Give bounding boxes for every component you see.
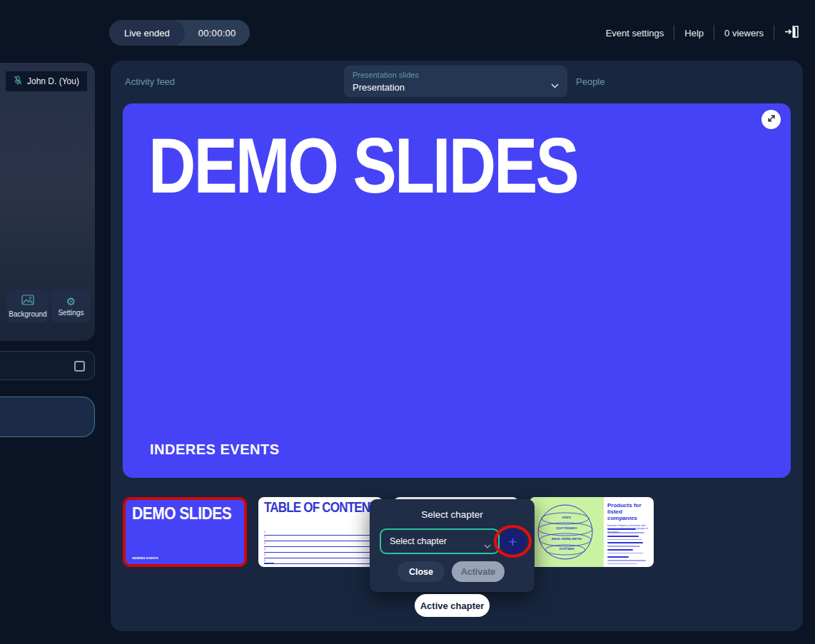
toc-footer-mark xyxy=(264,563,274,564)
activate-button-disabled[interactable]: Activate xyxy=(452,561,505,582)
background-button[interactable]: Background xyxy=(7,290,49,322)
participant-name-tag: John D. (You) xyxy=(6,71,87,91)
self-video-tile: John D. (You) Background ⚙ Settings xyxy=(0,63,95,341)
thumbnail-table-of-contents[interactable]: TABLE OF CONTENTS 1 2 3 4Equity 5Inves 6 xyxy=(258,497,383,567)
sidebar-highlighted-card[interactable] xyxy=(0,397,95,437)
sphere-diagram: EVENTS EQUITY RESEARCH ANNUAL GENERAL ME… xyxy=(530,497,604,567)
settings-button-label: Settings xyxy=(58,309,83,317)
toc-row: 5Inves xyxy=(264,553,377,558)
leave-event-button[interactable] xyxy=(784,25,799,41)
chapter-select-dropdown[interactable]: Select chapter xyxy=(380,528,500,554)
products-text-lines xyxy=(607,528,646,566)
tab-people[interactable]: People xyxy=(576,76,604,87)
source-dropdown-label: Presentation slides xyxy=(353,71,419,79)
divider xyxy=(674,25,674,41)
add-chapter-button[interactable]: + xyxy=(500,528,526,555)
image-icon xyxy=(21,295,34,308)
toc-row: 2 xyxy=(264,536,377,541)
settings-button[interactable]: ⚙ Settings xyxy=(51,290,91,322)
thumbnail-title: DEMO SLIDES xyxy=(132,504,231,523)
chevron-down-icon xyxy=(551,78,559,91)
toc-row: 4Equity xyxy=(264,547,377,553)
slide-title: DEMO SLIDES xyxy=(148,122,577,210)
sphere-label: IR SOFTWARE xyxy=(548,548,585,551)
background-button-label: Background xyxy=(9,310,46,318)
topbar-controls: Event settings Help 0 viewers xyxy=(606,20,799,46)
stage-panel: Activity feed Presentation slides Presen… xyxy=(111,61,803,631)
live-status-pill: Live ended 00:00:00 xyxy=(109,20,250,46)
chevron-down-icon xyxy=(484,539,491,552)
gear-icon: ⚙ xyxy=(66,296,76,307)
divider xyxy=(714,25,714,41)
divider xyxy=(774,25,774,41)
products-text-column: Products for listed companies Investor r… xyxy=(604,497,654,567)
active-chapter-button[interactable]: Active chapter xyxy=(415,594,490,617)
close-button[interactable]: Close xyxy=(398,561,445,582)
tab-activity-feed[interactable]: Activity feed xyxy=(125,76,175,87)
sphere-label: EQUITY RESEARCH xyxy=(548,528,585,530)
toc-row-list: 1 2 3 4Equity 5Inves 6 xyxy=(264,530,377,564)
select-chapter-popup: Select chapter Select chapter + Close Ac… xyxy=(370,499,535,592)
popup-title: Select chapter xyxy=(370,509,535,520)
presentation-source-dropdown[interactable]: Presentation slides Presentation xyxy=(344,66,567,97)
option-checkbox[interactable] xyxy=(74,361,85,372)
help-button[interactable]: Help xyxy=(684,28,704,39)
slide-footer-brand: INDERES EVENTS xyxy=(150,441,279,458)
thumbnail-title: TABLE OF CONTENTS xyxy=(264,500,383,516)
toc-row: 3 xyxy=(264,541,377,547)
sphere-label: EVENTS xyxy=(548,517,585,519)
participant-name: John D. (You) xyxy=(27,76,79,86)
live-timer: 00:00:00 xyxy=(185,28,250,39)
products-title: Products for listed companies xyxy=(607,502,649,522)
event-settings-button[interactable]: Event settings xyxy=(606,28,664,39)
fullscreen-button[interactable] xyxy=(761,110,781,129)
sphere-label: ANNUAL GENERAL MEETING xyxy=(548,538,585,541)
mic-off-icon xyxy=(14,76,22,88)
exit-door-icon xyxy=(784,25,799,41)
thumbnail-demo-slides-selected[interactable]: DEMO SLIDES INDERES EVENTS xyxy=(123,497,247,567)
source-dropdown-value: Presentation xyxy=(353,82,405,93)
thumbnail-brand: INDERES EVENTS xyxy=(132,557,158,560)
slide-preview: DEMO SLIDES INDERES EVENTS xyxy=(123,103,791,478)
expand-arrows-icon xyxy=(766,113,776,126)
thumbnail-products-slide[interactable]: EVENTS EQUITY RESEARCH ANNUAL GENERAL ME… xyxy=(530,497,654,567)
app-root: Live ended 00:00:00 Event settings Help … xyxy=(0,0,815,644)
toc-row: 6 xyxy=(264,558,377,564)
chapter-select-placeholder: Select chapter xyxy=(390,536,447,546)
sidebar-option-card xyxy=(0,351,95,380)
viewer-count: 0 viewers xyxy=(724,28,764,39)
live-status-badge: Live ended xyxy=(109,20,185,46)
toc-row: 1 xyxy=(264,530,377,536)
